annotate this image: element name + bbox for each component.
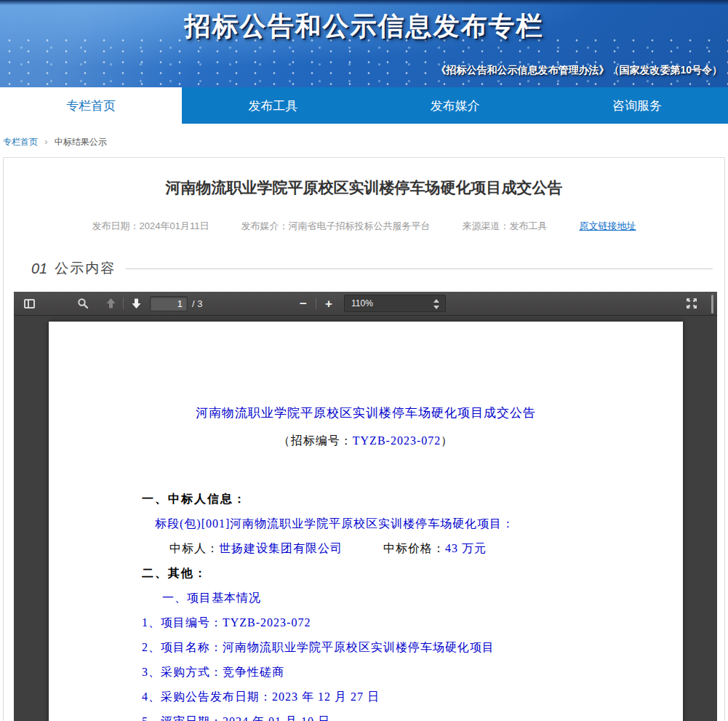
pdf-basic-info-heading: 一、项目基本情况	[49, 592, 683, 604]
breadcrumb: 专栏首页 › 中标结果公示	[0, 124, 728, 157]
pdf-item-procurement-method: 3、采购方式：竞争性磋商	[49, 666, 683, 678]
select-arrows-icon	[433, 298, 439, 310]
tab-publish-tools[interactable]: 发布工具	[182, 87, 364, 124]
fullscreen-button[interactable]	[682, 294, 701, 313]
pdf-tender-number-line: （招标编号：TYZB-2023-072）	[49, 434, 683, 449]
content-panel: 河南物流职业学院平原校区实训楼停车场硬化项目成交公告 发布日期：2024年01月…	[3, 157, 725, 721]
meta-publish-date: 发布日期：2024年01月11日	[92, 220, 209, 233]
main-nav: 专栏首页 发布工具 发布媒介 咨询服务	[0, 87, 728, 124]
pdf-item-project-no: 1、项目编号：TYZB-2023-072	[49, 617, 683, 629]
zoom-out-button[interactable]: −	[294, 294, 313, 313]
toolbar-separator	[316, 298, 316, 309]
sidebar-toggle-icon	[24, 299, 35, 308]
meta-publish-media: 发布媒介：河南省电子招标投标公共服务平台	[241, 220, 430, 233]
search-icon	[77, 298, 89, 309]
section-title: 公示内容	[55, 259, 116, 278]
page-number-input[interactable]	[150, 296, 188, 311]
banner-subtitle: 《招标公告和公示信息发布管理办法》（国家发改委第10号令）	[436, 64, 722, 77]
page-down-button[interactable]	[127, 294, 145, 313]
winner-label: 中标人：	[169, 542, 219, 554]
pdf-page: 河南物流职业学院平原校区实训楼停车场硬化项目成交公告 （招标编号：TYZB-20…	[49, 322, 683, 721]
tender-suffix: ）	[441, 434, 453, 447]
section-number: 01	[31, 260, 47, 277]
breadcrumb-separator: ›	[44, 137, 47, 147]
pdf-toolbar: / 3 − + 110%	[14, 292, 717, 316]
page-up-button[interactable]	[101, 294, 120, 313]
pdf-item-project-name: 2、项目名称：河南物流职业学院平原校区实训楼停车场硬化项目	[49, 642, 683, 653]
winner-value: 世扬建设集团有限公司	[219, 542, 343, 554]
search-button[interactable]	[73, 294, 92, 313]
pdf-doc-title: 河南物流职业学院平原校区实训楼停车场硬化项目成交公告	[49, 405, 683, 421]
arrow-up-icon	[105, 298, 116, 309]
sidebar-toggle-button[interactable]	[20, 294, 39, 313]
tab-column-home[interactable]: 专栏首页	[0, 87, 182, 124]
pdf-section2-heading: 二、其他：	[49, 567, 683, 579]
site-title: 招标公告和公示信息发布专栏	[0, 9, 728, 44]
zoom-group: − + 110%	[294, 294, 446, 313]
pdf-item-announce-date: 4、采购公告发布日期：2023 年 12 月 27 日	[49, 691, 683, 703]
toolbar-separator	[123, 298, 124, 309]
header-banner: 招标公告和公示信息发布专栏 《招标公告和公示信息发布管理办法》（国家发改委第10…	[0, 0, 728, 87]
fullscreen-icon	[686, 298, 697, 309]
pdf-winner-line: 中标人：世扬建设集团有限公司中标价格：43 万元	[49, 543, 683, 554]
price-value: 43 万元	[445, 542, 487, 554]
breadcrumb-home-link[interactable]: 专栏首页	[3, 137, 38, 147]
minus-icon: −	[300, 298, 307, 310]
breadcrumb-current: 中标结果公示	[55, 137, 107, 147]
article-meta: 发布日期：2024年01月11日 发布媒介：河南省电子招标投标公共服务平台 来源…	[4, 220, 724, 233]
tender-code: TYZB-2023-072	[353, 434, 441, 447]
tender-label: （招标编号：	[279, 434, 353, 447]
viewer-scrollbar-thumb[interactable]	[711, 295, 713, 314]
meta-source-channel: 来源渠道：发布工具	[462, 220, 547, 233]
section-divider	[126, 268, 713, 269]
pdf-section1-heading: 一、中标人信息：	[49, 493, 683, 505]
tab-consulting-service[interactable]: 咨询服务	[546, 87, 728, 124]
zoom-in-button[interactable]: +	[319, 294, 338, 313]
arrow-down-icon	[131, 298, 142, 309]
find-group: / 3	[73, 294, 202, 313]
pdf-viewer: / 3 − + 110%	[14, 292, 717, 721]
article-title: 河南物流职业学院平原校区实训楼停车场硬化项目成交公告	[4, 178, 724, 198]
pdf-item-review-date: 5、评审日期：2024 年 01 月 10 日	[49, 716, 683, 721]
section-header: 01 公示内容	[4, 259, 724, 278]
zoom-level-select[interactable]: 110%	[344, 295, 446, 312]
original-link[interactable]: 原文链接地址	[579, 220, 636, 233]
tab-publish-media[interactable]: 发布媒介	[364, 87, 546, 124]
page-count-label: / 3	[192, 298, 202, 309]
zoom-level-value: 110%	[351, 298, 373, 308]
pdf-lot-line: 标段(包)[001]河南物流职业学院平原校区实训楼停车场硬化项目：	[49, 518, 683, 530]
price-label: 中标价格：	[383, 542, 445, 554]
plus-icon: +	[325, 298, 332, 310]
